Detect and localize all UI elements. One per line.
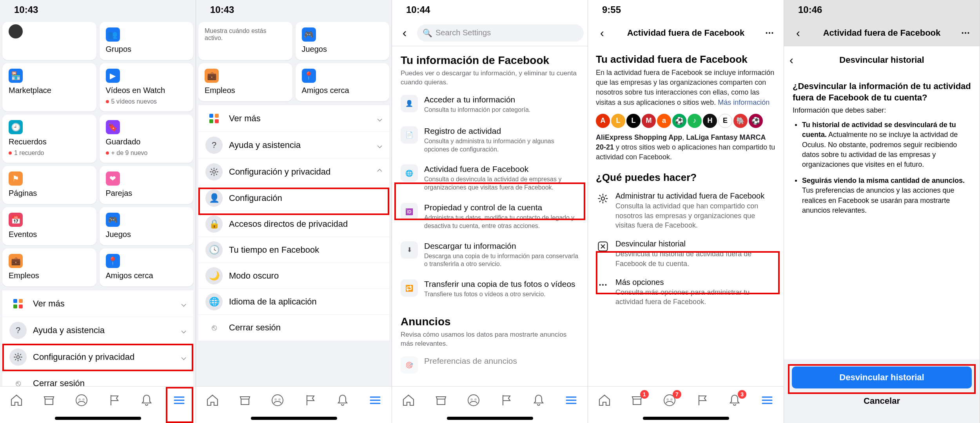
more-button[interactable] (957, 27, 974, 38)
home-indicator[interactable] (196, 414, 392, 423)
opt-clear-history[interactable]: Desvincular historial Desvincula tu hist… (596, 235, 776, 273)
home-indicator[interactable] (0, 414, 196, 423)
row-config-privacy-expanded[interactable]: Configuración y privacidad ⌵ (198, 159, 389, 185)
opt-more[interactable]: Más opciones Consulta más opciones para … (596, 273, 776, 312)
tab-groups[interactable] (72, 391, 91, 410)
tile-sublabel: 5 vídeos nuevos (106, 98, 187, 105)
gear-icon (205, 163, 223, 181)
tab-market[interactable] (40, 391, 58, 410)
home-indicator[interactable] (392, 414, 588, 423)
status-time: 10:44 (406, 4, 430, 15)
badge: 7 (673, 390, 681, 399)
tile-videos[interactable]: ▶ Vídeos en Watch 5 vídeos nuevos (100, 63, 194, 111)
tab-home[interactable] (7, 391, 26, 410)
search-input[interactable]: 🔍 Search Settings (417, 24, 584, 42)
opt-title: Desvincular historial (615, 239, 776, 248)
cfg-activity-log[interactable]: 📄 Registro de actividad Consulta y admin… (392, 121, 588, 159)
tab-notifications[interactable] (137, 391, 156, 410)
tab-groups[interactable] (268, 391, 287, 410)
tab-bar (0, 386, 196, 414)
badge: 3 (738, 390, 746, 399)
tab-notifications[interactable] (333, 391, 352, 410)
row-logout[interactable]: ⎋ Cerrar sesión (2, 370, 193, 386)
tab-market[interactable] (432, 391, 450, 410)
tab-menu[interactable] (170, 391, 189, 410)
row-ayuda[interactable]: ? Ayuda y asistencia ⌵ (2, 317, 193, 344)
tab-home[interactable] (399, 391, 418, 410)
tile-recuerdos[interactable]: 🕘 Recuerdos 1 recuerdo (2, 115, 96, 163)
row-logout[interactable]: ⎋ Cerrar sesión (198, 315, 389, 341)
cancel-button[interactable]: Cancelar (792, 390, 972, 412)
subrow-configuracion[interactable]: 👤 Configuración (198, 185, 389, 211)
chevron-up-icon: ⌵ (377, 167, 382, 177)
cfg-ownership[interactable]: 🆔 Propiedad y control de la cuenta Admin… (392, 197, 588, 236)
cfg-off-fb-activity[interactable]: 🌐 Actividad fuera de Facebook Consulta o… (392, 159, 588, 197)
tile-profile-placeholder[interactable] (2, 22, 96, 60)
sub-back-button[interactable]: ‹ (789, 53, 805, 67)
subrow-modo-oscuro[interactable]: 🌙 Modo oscuro (198, 263, 389, 289)
status-time: 10:43 (210, 4, 234, 15)
tab-menu[interactable] (562, 391, 581, 410)
tile-guardado[interactable]: 🔖 Guardado + de 9 nuevo (100, 115, 194, 163)
subrow-tu-tiempo[interactable]: 🕓 Tu tiempo en Facebook (198, 237, 389, 263)
page-title: Actividad fuera de Facebook (807, 28, 957, 38)
home-indicator[interactable] (588, 414, 784, 423)
tile-juegos[interactable]: 🎮 Juegos (296, 22, 390, 60)
tile-juegos[interactable]: 🎮 Juegos (100, 207, 194, 245)
more-button[interactable] (761, 27, 778, 38)
cfg-title: Propiedad y control de la cuenta (424, 203, 579, 212)
more-info-link[interactable]: Más información (718, 98, 769, 106)
tab-pages[interactable] (497, 391, 515, 410)
tab-market[interactable] (236, 391, 254, 410)
back-button[interactable]: ‹ (396, 24, 413, 42)
primary-button[interactable]: Desvincular historial (792, 366, 972, 388)
app-icons[interactable]: A L L M a ⚽ ♪ H E 🐘 ⚽ (596, 114, 776, 128)
tab-home[interactable] (595, 391, 614, 410)
tab-notifications[interactable]: 3 (725, 391, 744, 410)
row-label: Configuración y privacidad (229, 167, 371, 177)
row-ayuda[interactable]: ? Ayuda y asistencia ⌵ (198, 132, 389, 159)
app-icon: H (703, 114, 717, 128)
tile-marketplace[interactable]: 🏪 Marketplace (2, 63, 96, 111)
cfg-sub: Consulta o desvincula la actividad de em… (424, 175, 579, 192)
tab-pages[interactable] (105, 391, 123, 410)
tile-paginas[interactable]: ⚑ Páginas (2, 166, 96, 204)
svg-rect-21 (13, 304, 17, 308)
tab-pages[interactable] (693, 391, 711, 410)
tab-notifications[interactable] (529, 391, 548, 410)
tile-empleos[interactable]: 💼 Empleos (2, 248, 96, 286)
status-time: 9:55 (602, 4, 621, 15)
tab-menu[interactable] (758, 391, 777, 410)
tab-groups[interactable] (464, 391, 483, 410)
tile-parejas[interactable]: ❤ Parejas (100, 166, 194, 204)
menu-grid: 👥 Grupos 🏪 Marketplace ▶ Vídeos en Watch… (2, 22, 193, 286)
tile-eventos-top[interactable]: Muestra cuándo estás activo. (198, 22, 292, 60)
row-config-privacy[interactable]: Configuración y privacidad ⌵ (2, 344, 193, 370)
tile-amigos-cerca[interactable]: 📍 Amigos cerca (100, 248, 194, 286)
tab-home[interactable] (203, 391, 222, 410)
row-ver-mas[interactable]: Ver más ⌵ (198, 105, 389, 132)
tab-market[interactable]: 1 (628, 391, 646, 410)
tile-empleos[interactable]: 💼 Empleos (198, 63, 292, 101)
tab-groups[interactable]: 7 (660, 391, 679, 410)
cfg-ad-prefs[interactable]: 🎯 Preferencias de anuncios (392, 351, 588, 382)
gear-icon (596, 191, 610, 206)
tile-sublabel: 1 recuerdo (9, 150, 90, 157)
tab-menu[interactable] (366, 391, 385, 410)
tile-grupos[interactable]: 👥 Grupos (100, 22, 194, 60)
tile-label: Vídeos en Watch (106, 86, 187, 95)
back-button[interactable]: ‹ (789, 26, 807, 40)
tile-eventos[interactable]: 📅 Eventos (2, 207, 96, 245)
cfg-access-info[interactable]: 👤 Acceder a tu información Consulta tu i… (392, 89, 588, 121)
subrow-accesos-privacidad[interactable]: 🔒 Accesos directos de privacidad (198, 211, 389, 237)
help-icon: ? (9, 322, 27, 339)
tab-pages[interactable] (301, 391, 319, 410)
subrow-idioma[interactable]: 🌐 Idioma de la aplicación (198, 289, 389, 315)
back-button[interactable]: ‹ (593, 26, 611, 40)
opt-manage[interactable]: Administrar tu actividad fuera de Facebo… (596, 187, 776, 235)
section-title: Anuncios (401, 315, 579, 328)
cfg-download[interactable]: ⬇ Descargar tu información Descarga una … (392, 236, 588, 274)
row-ver-mas[interactable]: Ver más ⌵ (2, 290, 193, 317)
tile-amigos-cerca[interactable]: 📍 Amigos cerca (296, 63, 390, 101)
cfg-transfer[interactable]: 🔁 Transferir una copia de tus fotos o ví… (392, 274, 588, 305)
